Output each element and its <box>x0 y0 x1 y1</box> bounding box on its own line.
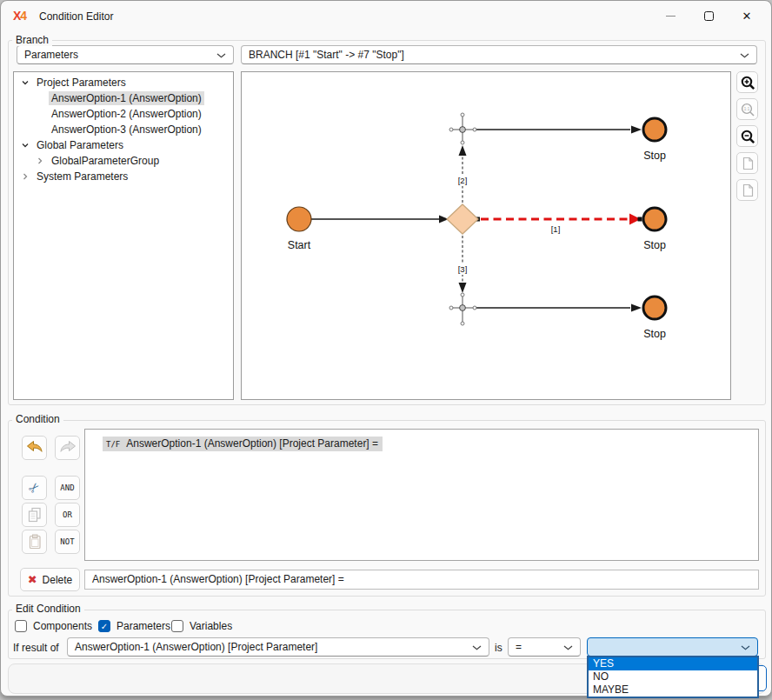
or-button[interactable]: OR <box>55 503 80 527</box>
checkbox-unchecked-icon <box>15 620 27 632</box>
components-checkbox-label: Components <box>33 620 92 632</box>
copy-button[interactable] <box>22 503 47 527</box>
components-checkbox[interactable]: Components <box>15 619 92 633</box>
condition-status-field[interactable]: AnswerOption-1 (AnswerOption) [Project P… <box>84 570 759 590</box>
and-button[interactable]: AND <box>55 476 80 500</box>
close-button[interactable]: ✕ <box>728 1 766 30</box>
branch-category-value: Parameters <box>24 49 78 61</box>
stop-node-2[interactable] <box>643 208 666 230</box>
maximize-button[interactable] <box>689 1 728 30</box>
titlebar: X4 Condition Editor ✕ <box>1 1 771 32</box>
tree-item-globalparametergroup[interactable]: GlobalParameterGroup <box>14 153 233 169</box>
cut-button[interactable]: ✂ <box>22 476 47 500</box>
junction-node[interactable] <box>449 293 476 325</box>
condition-group-label: Condition <box>12 413 63 425</box>
result-source-value: AnswerOption-1 (AnswerOption) [Project P… <box>75 641 317 653</box>
arrowhead-icon <box>459 145 467 156</box>
tree-item-answeroption-3[interactable]: AnswerOption-3 (AnswerOption) <box>14 122 233 137</box>
chevron-down-icon <box>563 645 573 650</box>
undo-button[interactable] <box>22 436 47 460</box>
edge-2-label: [2] <box>458 176 468 185</box>
is-label: is <box>495 642 502 654</box>
arrowhead-icon <box>631 304 642 312</box>
tree-item-system-parameters[interactable]: System Parameters <box>14 169 233 184</box>
tree-item-answeroption-2[interactable]: AnswerOption-2 (AnswerOption) <box>14 106 233 122</box>
checkbox-checked-icon: ✓ <box>98 620 110 632</box>
arrowhead-icon <box>459 283 467 293</box>
edge-3-label: [3] <box>458 264 468 274</box>
zoom-out-button[interactable] <box>736 125 758 147</box>
x4-logo: X4 <box>13 9 26 23</box>
zoom-in-button[interactable] <box>736 71 758 93</box>
value-option-maybe[interactable]: MAYBE <box>589 683 757 697</box>
checkbox-unchecked-icon <box>171 620 183 632</box>
paste-button[interactable] <box>22 530 47 554</box>
value-combobox[interactable] <box>587 637 758 657</box>
value-dropdown-list: YES NO MAYBE <box>587 656 759 698</box>
variables-checkbox-label: Variables <box>190 620 232 632</box>
variables-checkbox[interactable]: Variables <box>171 619 232 633</box>
result-source-combobox[interactable]: AnswerOption-1 (AnswerOption) [Project P… <box>67 637 489 657</box>
decision-node[interactable] <box>447 204 478 234</box>
parameter-tree: Project Parameters AnswerOption-1 (Answe… <box>13 71 234 400</box>
close-icon: ✕ <box>742 10 752 23</box>
chevron-down-icon <box>740 53 749 58</box>
junction-node[interactable] <box>449 113 476 144</box>
start-node[interactable] <box>287 207 311 231</box>
maximize-icon <box>704 11 714 21</box>
chevron-right-icon[interactable] <box>36 157 44 165</box>
zoom-100-icon: 1:1 <box>740 102 755 117</box>
arrowhead-icon <box>631 126 642 134</box>
edge-1-label: [1] <box>551 224 561 234</box>
zoom-in-icon <box>740 75 755 90</box>
cut-icon: ✂ <box>25 478 44 497</box>
chevron-down-icon[interactable] <box>21 78 30 87</box>
value-option-no[interactable]: NO <box>589 670 757 683</box>
chevron-down-icon <box>741 645 750 650</box>
workflow-canvas[interactable]: [1] [2] [3] <box>241 71 731 400</box>
fit-page-button[interactable] <box>736 152 758 174</box>
value-option-yes[interactable]: YES <box>589 657 757 670</box>
branch-category-combobox[interactable]: Parameters <box>17 45 234 64</box>
not-button[interactable]: NOT <box>55 530 80 554</box>
delete-button[interactable]: ✖ Delete <box>20 568 80 591</box>
branch-value: BRANCH [#1 "Start" -> #7 "Stop"] <box>249 49 404 61</box>
zoom-100-button[interactable]: 1:1 <box>736 98 758 120</box>
stop-node-3-label: Stop <box>643 328 666 340</box>
edit-condition-group-label: Edit Condition <box>12 603 84 615</box>
minimize-icon <box>666 16 676 17</box>
parameters-checkbox[interactable]: ✓ Parameters <box>98 619 170 633</box>
stop-node-3[interactable] <box>643 297 666 319</box>
delete-button-label: Delete <box>43 574 73 586</box>
stop-node-1[interactable] <box>643 118 666 141</box>
condition-expression-list[interactable]: T/F AnswerOption-1 (AnswerOption) [Proje… <box>84 429 759 561</box>
fit-width-button[interactable] <box>736 179 758 201</box>
tree-item-global-parameters[interactable]: Global Parameters <box>14 137 233 153</box>
condition-expression-item[interactable]: T/F AnswerOption-1 (AnswerOption) [Proje… <box>103 437 383 451</box>
redo-icon <box>57 438 78 457</box>
chevron-right-icon[interactable] <box>21 172 30 181</box>
chevron-down-icon[interactable] <box>21 141 30 150</box>
chevron-down-icon <box>216 53 226 58</box>
page-icon <box>740 156 755 171</box>
redo-button[interactable] <box>55 436 80 460</box>
condition-expression-text: AnswerOption-1 (AnswerOption) [Project P… <box>126 437 378 450</box>
parameters-checkbox-label: Parameters <box>116 620 170 632</box>
edge-handle[interactable] <box>638 217 642 222</box>
condition-editor-window: X4 Condition Editor ✕ Branch Parameters … <box>0 0 772 697</box>
tree-item-project-parameters[interactable]: Project Parameters <box>14 75 233 90</box>
operator-combobox[interactable]: = <box>508 637 581 657</box>
branch-group-label: Branch <box>12 34 52 46</box>
svg-text:1:1: 1:1 <box>743 107 749 111</box>
paste-icon <box>25 533 44 550</box>
delete-icon: ✖ <box>28 573 37 586</box>
stop-node-1-label: Stop <box>643 150 666 162</box>
start-node-label: Start <box>288 239 311 251</box>
tree-item-answeroption-1[interactable]: AnswerOption-1 (AnswerOption) <box>14 90 233 106</box>
if-result-of-label: If result of <box>13 642 59 654</box>
branch-combobox[interactable]: BRANCH [#1 "Start" -> #7 "Stop"] <box>241 45 757 64</box>
window-title: Condition Editor <box>39 10 113 23</box>
minimize-button[interactable] <box>651 1 689 30</box>
operator-value: = <box>516 641 522 653</box>
truefalse-badge: T/F <box>106 440 120 449</box>
